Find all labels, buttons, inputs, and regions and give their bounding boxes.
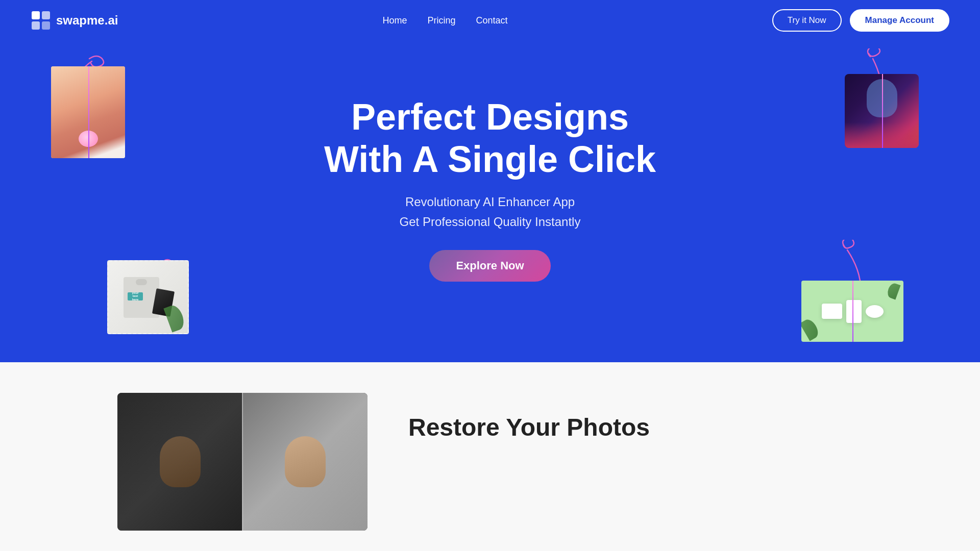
hero-title-line2: With A Single Click — [324, 139, 656, 180]
image-bottom-right — [801, 281, 903, 342]
image-bottom-left: yourtexthere — [107, 260, 189, 334]
nav-pricing[interactable]: Pricing — [428, 15, 456, 26]
hero-subtitle-line2: Get Professional Quality Instantly — [400, 215, 581, 229]
lower-text-block: Restore Your Photos — [408, 393, 650, 441]
explore-now-button[interactable]: Explore Now — [429, 250, 550, 282]
navbar: swapme.ai Home Pricing Contact Try it No… — [0, 0, 980, 41]
nav-home[interactable]: Home — [383, 15, 407, 26]
hero-title: Perfect Designs With A Single Click — [324, 96, 656, 181]
hero-section: Perfect Designs With A Single Click Revo… — [0, 0, 980, 362]
hero-subtitle-line1: Revolutionary AI Enhancer App — [405, 195, 575, 209]
photo-divider — [242, 393, 243, 531]
svg-rect-3 — [42, 21, 50, 30]
image-top-right — [845, 74, 919, 148]
photo-before — [117, 393, 242, 531]
logo-icon — [31, 10, 51, 31]
nav-contact[interactable]: Contact — [476, 15, 508, 26]
nav-links: Home Pricing Contact — [383, 15, 508, 26]
svg-rect-0 — [32, 11, 40, 19]
logo[interactable]: swapme.ai — [31, 10, 118, 31]
try-now-button[interactable]: Try it Now — [772, 9, 842, 32]
lower-section: Restore Your Photos — [0, 362, 980, 551]
svg-rect-1 — [42, 11, 50, 19]
brand-name: swapme.ai — [56, 13, 118, 28]
svg-rect-2 — [32, 21, 40, 30]
lower-section-title: Restore Your Photos — [408, 413, 650, 441]
restore-photo-comparison — [117, 393, 368, 531]
nav-buttons: Try it Now Manage Account — [772, 9, 949, 32]
hero-subtitle: Revolutionary AI Enhancer App Get Profes… — [400, 192, 581, 232]
manage-account-button[interactable]: Manage Account — [850, 9, 949, 32]
photo-after — [242, 393, 368, 531]
image-top-left — [51, 66, 125, 158]
hero-title-line1: Perfect Designs — [351, 96, 629, 137]
